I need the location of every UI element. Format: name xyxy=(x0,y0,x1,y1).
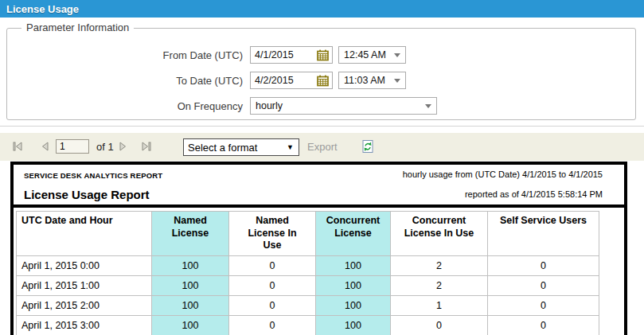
from-date-input[interactable]: 4/1/2015 xyxy=(250,46,333,64)
window-title-bar: License Usage xyxy=(0,0,644,18)
column-header: Concurrent License xyxy=(316,212,391,256)
parameter-information-panel: Parameter Information From Date (UTC) 4/… xyxy=(6,28,636,120)
horizontal-divider xyxy=(0,126,644,127)
table-cell: 2 xyxy=(391,275,488,295)
table-row: April 1, 2015 1:00100010020 xyxy=(17,275,599,295)
table-cell: 0 xyxy=(488,275,599,295)
to-date-row: To Date (UTC) 4/2/2015 xyxy=(7,72,406,89)
table-cell: 0 xyxy=(488,315,599,335)
select-arrow-icon: ▼ xyxy=(287,143,299,151)
current-page-input[interactable] xyxy=(56,139,89,154)
table-cell: 100 xyxy=(316,315,391,335)
report-toolbar: of 1 Select a format ▼ Export xyxy=(0,133,644,161)
from-date-label: From Date (UTC) xyxy=(7,49,250,61)
table-cell: 0 xyxy=(488,255,599,275)
table-cell: 0 xyxy=(229,315,316,335)
table-cell: 100 xyxy=(316,275,391,295)
report-generated-timestamp: reported as of 4/1/2015 5:58:14 PM xyxy=(403,189,603,199)
frequency-label: On Frequency xyxy=(7,100,250,112)
table-cell: 100 xyxy=(152,255,229,275)
column-header: Named License In Use xyxy=(229,212,316,256)
page-title: License Usage xyxy=(0,3,79,15)
from-time-value: 12:45 AM xyxy=(339,49,386,60)
table-cell: 0 xyxy=(229,255,316,275)
column-header: Named License xyxy=(152,212,229,256)
table-cell: 100 xyxy=(316,295,391,315)
first-page-button[interactable] xyxy=(11,141,24,155)
table-cell: 100 xyxy=(152,275,229,295)
export-format-select[interactable]: Select a format ▼ xyxy=(183,138,299,156)
to-time-value: 11:03 AM xyxy=(339,75,385,86)
last-page-button[interactable] xyxy=(140,141,153,155)
table-cell: 2 xyxy=(391,255,488,275)
calendar-icon[interactable] xyxy=(317,75,329,90)
table-cell: April 1, 2015 0:00 xyxy=(17,255,152,275)
from-date-value: 4/1/2015 xyxy=(251,49,294,60)
calendar-icon[interactable] xyxy=(317,49,329,64)
table-cell: 100 xyxy=(152,295,229,315)
export-format-selected-value: Select a format xyxy=(184,142,287,154)
table-row: April 1, 2015 0:00100010020 xyxy=(17,255,599,275)
table-body: April 1, 2015 0:00100010020April 1, 2015… xyxy=(17,255,599,335)
frequency-dropdown[interactable]: hourly xyxy=(250,97,437,115)
column-header: Concurrent License In Use xyxy=(391,212,488,256)
parameter-panel-legend: Parameter Information xyxy=(21,21,134,33)
report-title: License Usage Report xyxy=(24,188,162,201)
license-usage-table: UTC Date and HourNamed LicenseNamed Lice… xyxy=(16,211,599,335)
table-cell: 100 xyxy=(152,315,229,335)
chevron-down-icon xyxy=(394,79,400,83)
report-page: SERVICE DESK ANALYTICS REPORT License Us… xyxy=(10,162,627,335)
to-date-input[interactable]: 4/2/2015 xyxy=(250,72,333,89)
table-header-row: UTC Date and HourNamed LicenseNamed Lice… xyxy=(17,212,599,256)
from-time-dropdown[interactable]: 12:45 AM xyxy=(338,46,406,64)
table-cell: 0 xyxy=(229,275,316,295)
table-cell: 1 xyxy=(391,295,488,315)
table-cell: 0 xyxy=(488,295,599,315)
table-cell: 100 xyxy=(316,255,391,275)
to-time-dropdown[interactable]: 11:03 AM xyxy=(338,72,406,89)
refresh-report-button[interactable] xyxy=(361,139,375,157)
frequency-row: On Frequency hourly xyxy=(7,97,437,115)
report-header: SERVICE DESK ANALYTICS REPORT License Us… xyxy=(14,165,624,208)
report-company-line: SERVICE DESK ANALYTICS REPORT xyxy=(24,171,162,180)
table-row: April 1, 2015 3:00100010000 xyxy=(17,315,599,335)
from-date-row: From Date (UTC) 4/1/2015 xyxy=(7,46,406,64)
next-page-button[interactable] xyxy=(118,141,128,155)
table-cell: April 1, 2015 2:00 xyxy=(17,295,152,315)
chevron-down-icon xyxy=(425,104,431,108)
table-cell: April 1, 2015 1:00 xyxy=(17,275,152,295)
column-header: UTC Date and Hour xyxy=(17,212,152,256)
to-date-label: To Date (UTC) xyxy=(7,75,250,87)
table-cell: April 1, 2015 3:00 xyxy=(17,315,152,335)
table-row: April 1, 2015 2:00100010010 xyxy=(17,295,599,315)
table-cell: 0 xyxy=(229,295,316,315)
previous-page-button[interactable] xyxy=(40,141,50,155)
chevron-down-icon xyxy=(394,53,400,57)
report-usage-range: hourly usage from (UTC Date) 4/1/2015 to… xyxy=(403,169,603,179)
table-cell: 0 xyxy=(391,315,488,335)
to-date-value: 4/2/2015 xyxy=(251,75,294,86)
frequency-value: hourly xyxy=(251,100,283,111)
page-count-label: of 1 xyxy=(96,141,114,153)
column-header: Self Service Users xyxy=(488,212,599,256)
export-link[interactable]: Export xyxy=(307,141,338,153)
